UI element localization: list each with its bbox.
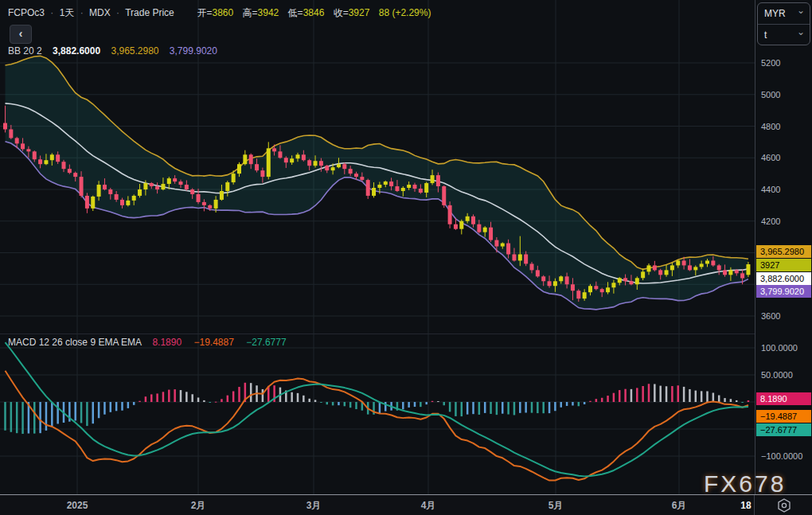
price-tick-label: 3600 [761, 311, 780, 321]
macd-histogram-bar [133, 402, 135, 405]
macd-histogram-bar [139, 401, 141, 402]
candle-body [501, 244, 505, 247]
price-axis[interactable]: MYR ⌄ t ⌄ 520050004800460044004200360010… [755, 0, 812, 494]
macd-histogram-bar [156, 393, 158, 402]
open-label: 开= [197, 7, 212, 18]
macd-histogram-bar [51, 402, 53, 426]
unit-value: t [764, 29, 767, 41]
candle-body [548, 281, 552, 286]
macd-histogram-bar [706, 391, 709, 402]
candle-body [512, 254, 516, 260]
macd-histogram-bar [250, 383, 252, 402]
candle-body [583, 292, 587, 298]
time-tick-label: 2025 [67, 500, 88, 511]
fx678-watermark: FX678 [704, 470, 786, 497]
candle-body [711, 260, 715, 265]
macd-histogram-bar [519, 402, 521, 413]
candle-body [237, 164, 241, 174]
macd-histogram-bar [185, 392, 188, 402]
time-tick-label: 2月 [191, 499, 206, 513]
macd-histogram-bar [86, 402, 88, 426]
macd-histogram [4, 383, 749, 434]
axis-settings-icon[interactable] [775, 497, 793, 513]
macd-histogram-bar [566, 402, 568, 406]
candle-body [307, 160, 311, 166]
candle-body [506, 244, 510, 255]
macd-histogram-bar [601, 398, 603, 402]
symbol-name[interactable]: FCPOc3 [8, 7, 45, 18]
macd-line [6, 371, 748, 481]
candle-body [372, 188, 376, 196]
macd-histogram-bar [308, 399, 310, 402]
macd-histogram-bar [425, 402, 427, 404]
candle-body [62, 162, 66, 169]
macd-histogram-bar [10, 402, 13, 432]
back-button[interactable]: ‹ [10, 25, 32, 44]
candle-body [115, 194, 119, 200]
candle-body [3, 123, 7, 130]
candle-body [611, 283, 615, 287]
candle-body [50, 154, 54, 160]
series-type-label: Trade Price [125, 7, 174, 18]
candle-body [284, 158, 288, 162]
macd-histogram-bar [314, 400, 317, 402]
candle-body [717, 265, 721, 270]
bb-indicator-title[interactable]: BB 20 2 [8, 45, 42, 57]
macd-histogram-bar [695, 391, 697, 402]
macd-histogram-bar [408, 402, 410, 408]
candle-body [138, 189, 142, 196]
candle-body [489, 228, 493, 240]
bollinger-legend: BB 20 2 3,882.6000 3,965.2980 3,799.9020 [8, 45, 217, 57]
change-value: 88 (+2.29%) [379, 7, 431, 18]
macd-histogram-bar [344, 402, 346, 406]
candle-body [296, 154, 300, 158]
candle-body [424, 183, 428, 193]
macd-histogram-bar [180, 390, 182, 402]
macd-histogram-bar [554, 402, 556, 411]
macd-histogram-bar [701, 391, 703, 402]
chart-area: FCPOc3 · 1天 · MDX · Trade Price 开=3860 高… [0, 0, 755, 494]
macd-histogram-bar [542, 402, 545, 413]
macd-histogram-bar [525, 402, 527, 412]
candle-body [342, 164, 346, 169]
candle-body [243, 154, 247, 164]
macd-histogram-bar [338, 402, 340, 405]
candle-body [179, 181, 183, 185]
candle-body [442, 186, 446, 205]
candle-body [389, 181, 393, 186]
candle-body [208, 205, 212, 209]
candle-body [693, 267, 697, 270]
time-tick-label: 3月 [306, 499, 322, 513]
bb-basis-price-label: 3,882.6000 [756, 272, 811, 285]
macd-histogram-bar [39, 402, 41, 433]
interval-label[interactable]: 1天 [60, 7, 75, 18]
macd-histogram-bar [490, 402, 492, 414]
macd-panel-chart[interactable] [0, 334, 755, 494]
macd-histogram-bar [624, 389, 627, 402]
time-tick-label: 4月 [421, 499, 436, 513]
macd-histogram-bar [320, 402, 322, 403]
bb-basis-value: 3,882.6000 [53, 45, 100, 57]
bb-lower-value: 3,799.9020 [170, 45, 217, 57]
candle-body [190, 189, 194, 194]
unit-dropdown[interactable]: t ⌄ [758, 25, 810, 45]
candle-body [670, 265, 674, 270]
candle-body [202, 202, 206, 205]
macd-histogram-bar [642, 386, 644, 402]
candle-body [594, 286, 598, 289]
time-axis[interactable]: 20252月3月4月5月6月18 [0, 494, 812, 515]
macd-histogram-bar [127, 402, 130, 408]
macd-histogram-bar [636, 388, 638, 402]
macd-histogram-bar [227, 396, 229, 402]
separator-dot: · [116, 7, 119, 18]
candle-body [735, 270, 739, 273]
macd-histogram-bar [449, 402, 451, 412]
high-value: 3942 [258, 7, 279, 18]
candle-body [197, 194, 201, 202]
macd-histogram-bar [478, 402, 481, 415]
candle-body [260, 170, 264, 177]
macd-indicator-title[interactable]: MACD 12 26 close 9 EMA EMA [8, 337, 142, 348]
candle-body [728, 270, 732, 275]
bb-lower-price-label: 3,799.9020 [756, 285, 811, 298]
candle-body [331, 167, 335, 170]
